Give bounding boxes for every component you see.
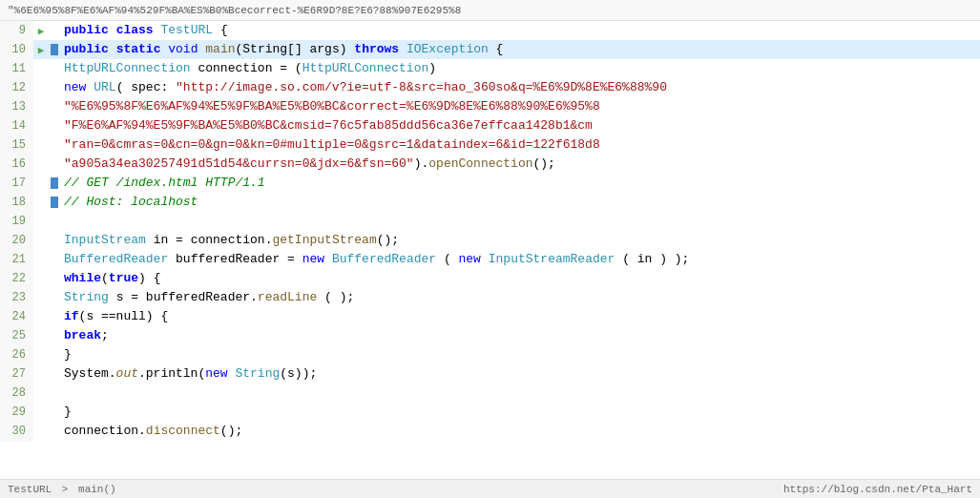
table-row: 17 // GET /index.html HTTP/1.1: [0, 174, 980, 193]
line-number: 9: [0, 21, 33, 40]
line-number: 21: [0, 250, 33, 269]
bookmark-icon: [51, 44, 58, 55]
line-content: // Host: localhost: [60, 193, 980, 212]
line-content: // GET /index.html HTTP/1.1: [60, 174, 980, 193]
status-right: https://blog.csdn.net/Pta_Hart: [783, 484, 972, 495]
line-content: while(true) {: [60, 269, 980, 288]
bookmark-icon: [51, 177, 58, 189]
line-number: 20: [0, 231, 33, 250]
table-row: 18 // Host: localhost: [0, 193, 980, 212]
line-number: 29: [0, 403, 33, 422]
url-bar-text: "%6E6%95%8F%E6%AF%94%529F%BA%ES%B0%Bceco…: [8, 5, 461, 16]
table-row: 10▶ public static void main(String[] arg…: [0, 40, 980, 59]
table-row: 9▶ public class TestURL {: [0, 21, 980, 40]
table-row: 30 connection.disconnect();: [0, 422, 980, 441]
editor-container: "%6E6%95%8F%E6%AF%94%529F%BA%ES%B0%Bceco…: [0, 0, 980, 498]
line-number: 10: [0, 40, 33, 59]
line-content: break;: [60, 326, 980, 345]
line-number: 18: [0, 193, 33, 212]
line-bookmark: [49, 197, 60, 208]
table-row: 23 String s = bufferedReader.readLine ( …: [0, 288, 980, 307]
breadcrumb: TestURL > main(): [8, 484, 116, 495]
table-row: 25 break;: [0, 326, 980, 345]
table-row: 28: [0, 384, 980, 403]
table-row: 26 }: [0, 345, 980, 364]
code-area[interactable]: 9▶ public class TestURL {10▶ public stat…: [0, 21, 980, 479]
line-content: InputStream in = connection.getInputStre…: [60, 231, 980, 250]
line-number: 25: [0, 326, 33, 345]
table-row: 11 HttpURLConnection connection = (HttpU…: [0, 59, 980, 78]
line-bookmark: [49, 44, 60, 55]
table-row: 16 "a905a34ea30257491d51d54&currsn=0&jdx…: [0, 155, 980, 174]
line-number: 12: [0, 78, 33, 97]
line-content: }: [60, 345, 980, 364]
line-number: 19: [0, 212, 33, 231]
line-content: }: [60, 403, 980, 422]
table-row: 19: [0, 212, 980, 231]
line-number: 28: [0, 384, 33, 403]
line-bookmark: [49, 177, 60, 189]
line-content: public class TestURL {: [60, 21, 980, 40]
line-number: 13: [0, 97, 33, 116]
line-number: 14: [0, 116, 33, 135]
table-row: 12 new URL( spec: "http://image.so.com/v…: [0, 78, 980, 97]
line-content: HttpURLConnection connection = (HttpURLC…: [60, 59, 980, 78]
line-content: new URL( spec: "http://image.so.com/v?ie…: [60, 78, 980, 97]
table-row: 24 if(s ==null) {: [0, 307, 980, 326]
breadcrumb-file: TestURL: [8, 484, 52, 495]
line-number: 24: [0, 307, 33, 326]
table-row: 22 while(true) {: [0, 269, 980, 288]
line-number: 26: [0, 345, 33, 364]
line-number: 16: [0, 155, 33, 174]
line-number: 11: [0, 59, 33, 78]
line-content: public static void main(String[] args) t…: [60, 40, 980, 59]
table-row: 29 }: [0, 403, 980, 422]
breadcrumb-method: main(): [78, 484, 116, 495]
line-number: 27: [0, 364, 33, 384]
code-lines: 9▶ public class TestURL {10▶ public stat…: [0, 21, 980, 479]
line-content: String s = bufferedReader.readLine ( );: [60, 288, 980, 307]
bookmark-icon: [51, 197, 58, 208]
line-number: 17: [0, 174, 33, 193]
table-row: 13 "%E6%95%8F%E6%AF%94%E5%9F%BA%E5%B0%BC…: [0, 97, 980, 116]
table-row: 15 "ran=0&cmras=0&cn=0&gn=0&kn=0#multipl…: [0, 135, 980, 155]
line-number: 23: [0, 288, 33, 307]
line-content: System.out.println(new String(s));: [60, 364, 980, 384]
table-row: 21 BufferedReader bufferedReader = new B…: [0, 250, 980, 269]
line-content: BufferedReader bufferedReader = new Buff…: [60, 250, 980, 269]
line-arrow: ▶: [33, 25, 49, 37]
run-arrow-icon: ▶: [38, 44, 45, 56]
line-content: "ran=0&cmras=0&cn=0&gn=0&kn=0#multiple=0…: [60, 135, 980, 155]
table-row: 27 System.out.println(new String(s));: [0, 364, 980, 384]
line-content: "%E6%95%8F%E6%AF%94%E5%9F%BA%E5%B0%BC&co…: [60, 97, 980, 116]
url-bar: "%6E6%95%8F%E6%AF%94%529F%BA%ES%B0%Bceco…: [0, 0, 980, 21]
line-number: 30: [0, 422, 33, 441]
line-content: "a905a34ea30257491d51d54&currsn=0&jdx=6&…: [60, 155, 980, 174]
run-arrow-icon: ▶: [38, 25, 45, 37]
breadcrumb-separator: >: [62, 484, 74, 495]
line-content: connection.disconnect();: [60, 422, 980, 441]
line-content: if(s ==null) {: [60, 307, 980, 326]
line-number: 22: [0, 269, 33, 288]
table-row: 20 InputStream in = connection.getInputS…: [0, 231, 980, 250]
line-number: 15: [0, 135, 33, 155]
table-row: 14 "F%E6%AF%94%E5%9F%BA%E5%B0%BC&cmsid=7…: [0, 116, 980, 135]
bottom-bar: TestURL > main() https://blog.csdn.net/P…: [0, 479, 980, 498]
line-content: "F%E6%AF%94%E5%9F%BA%E5%B0%BC&cmsid=76c5…: [60, 116, 980, 135]
line-arrow: ▶: [33, 44, 49, 56]
